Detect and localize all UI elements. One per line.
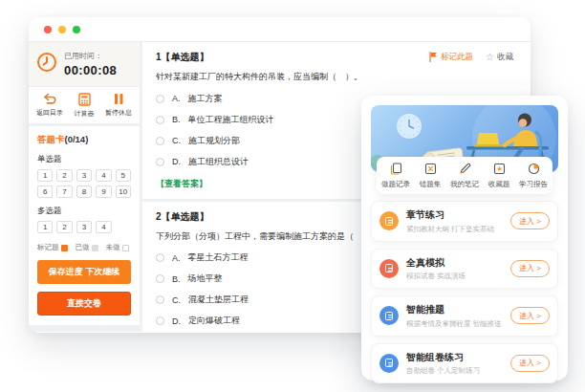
practice-mode-title: 全真模拟	[406, 256, 503, 270]
svg-text:★: ★	[496, 164, 503, 173]
practice-mode-title: 章节练习	[406, 208, 503, 222]
radio-icon[interactable]	[156, 95, 164, 103]
option-key: A.	[172, 253, 181, 263]
practice-mode-list: 章节练习 紧扣教材大纲 打下坚实基础 进入 > 全真模拟 模拟试卷 实战演练 进…	[371, 201, 558, 383]
option-key: D.	[172, 157, 181, 166]
menu-item-favorites[interactable]: ★ 收藏题	[482, 163, 516, 189]
smart-paper-icon	[379, 354, 399, 373]
option-key: A.	[172, 94, 181, 103]
timer-label: 已用时间：	[64, 51, 117, 61]
flag-icon	[429, 52, 438, 64]
radio-icon[interactable]	[156, 316, 164, 325]
radio-icon[interactable]	[156, 253, 164, 262]
question-title: 1【单选题】	[156, 51, 209, 64]
question-number-cell[interactable]: 2	[56, 221, 72, 233]
answer-card-header: 答题卡(0/14)	[37, 134, 131, 146]
enter-button[interactable]: 进入 >	[510, 212, 550, 229]
practice-mode-subtitle: 根据考情及掌握程度 智能推送…	[406, 319, 503, 329]
option-key: C.	[172, 136, 181, 145]
question-number-cell[interactable]: 2	[56, 169, 72, 182]
answer-card-legend: 标记题 已做 未做	[37, 243, 131, 252]
practice-menu-bar: 做题记录 错题集 我的笔记 ★ 收藏题 学习报告	[377, 157, 552, 194]
calculator-button[interactable]: 计算器	[75, 93, 95, 119]
practice-mode-item[interactable]: 智能推题 根据考情及掌握程度 智能推送… 进入 >	[371, 295, 558, 337]
question-number-cell[interactable]: 3	[76, 169, 92, 182]
favorite-question-button[interactable]: ☆ 收藏	[486, 52, 513, 63]
practice-mode-title: 智能推题	[406, 303, 503, 316]
radio-icon[interactable]	[156, 116, 164, 124]
tool-label: 返回目录	[36, 108, 63, 118]
answer-card-progress: (0/14)	[65, 134, 89, 144]
question-number-cell[interactable]: 7	[56, 185, 72, 198]
question-number-cell[interactable]: 5	[116, 169, 131, 182]
smart-push-icon	[379, 306, 399, 325]
enter-button[interactable]: 进入 >	[510, 355, 550, 372]
star-box-icon: ★	[493, 163, 506, 177]
enter-button[interactable]: 进入 >	[510, 260, 550, 277]
exam-sidebar: 已用时间： 00:00:08 返回目录 计算器	[29, 42, 140, 332]
single-choice-label: 单选题	[37, 154, 131, 165]
practice-mode-item[interactable]: 智能组卷练习 自助组卷 个人定制练习 进入 >	[371, 343, 558, 384]
question-number-cell[interactable]: 4	[96, 169, 111, 182]
practice-mode-item[interactable]: 章节练习 紧扣教材大纲 打下坚实基础 进入 >	[371, 201, 558, 242]
submit-paper-button[interactable]: 直接交卷	[37, 292, 131, 316]
single-choice-grid: 12345678910	[37, 169, 131, 198]
option-text: 零星土石方工程	[188, 251, 249, 264]
legend-marked: 标记题	[37, 243, 68, 252]
radio-icon[interactable]	[156, 274, 164, 283]
radio-icon[interactable]	[156, 295, 164, 304]
legend-undone: 未做	[106, 243, 129, 252]
mock-exam-icon	[379, 259, 399, 278]
menu-item-wrong-set[interactable]: 错题集	[413, 163, 447, 189]
clock-icon	[36, 52, 57, 76]
pencil-icon	[459, 163, 471, 177]
question-number-cell[interactable]: 3	[76, 221, 92, 233]
menu-item-notes[interactable]: 我的笔记	[447, 163, 482, 189]
marked-swatch-icon	[61, 245, 68, 251]
option-text: 施工组织总设计	[188, 156, 249, 168]
practice-mode-subtitle: 紧扣教材大纲 打下坚实基础	[406, 225, 503, 234]
multi-choice-grid: 1234	[37, 221, 131, 233]
chapter-practice-icon	[379, 211, 399, 230]
question-number-cell[interactable]: 8	[76, 185, 92, 198]
option-key: B.	[172, 274, 181, 284]
question-number-cell[interactable]: 1	[37, 169, 53, 182]
option-text: 施工规划分部	[188, 135, 240, 147]
option-text: 场地平整	[188, 272, 223, 285]
radio-icon[interactable]	[156, 158, 164, 166]
menu-item-records[interactable]: 做题记录	[379, 163, 413, 189]
option-key: B.	[172, 115, 181, 124]
radio-icon[interactable]	[156, 137, 164, 145]
practice-menu-card: 做题记录 错题集 我的笔记 ★ 收藏题 学习报告 章节练习 紧扣教材大纲 打下坚…	[361, 96, 568, 381]
menu-item-report[interactable]: 学习报告	[516, 163, 551, 189]
back-to-directory-button[interactable]: 返回目录	[36, 93, 63, 119]
option-text: 施工方案	[188, 93, 223, 105]
answer-card-title: 答题卡	[37, 134, 65, 144]
mark-question-button[interactable]: 标记此题	[429, 52, 473, 64]
question-text: 针对某新建工厂的特大构件的吊装，应当编制（ ）。	[156, 71, 517, 84]
question-number-cell[interactable]: 4	[96, 221, 111, 233]
wrong-set-icon	[424, 163, 437, 177]
star-icon: ☆	[486, 53, 494, 62]
enter-button[interactable]: 进入 >	[510, 307, 550, 324]
tool-label: 暂停休息	[105, 108, 132, 118]
option-key: D.	[172, 316, 181, 326]
question-number-cell[interactable]: 9	[96, 185, 111, 198]
question-number-cell[interactable]: 6	[37, 185, 53, 198]
pause-rest-button[interactable]: 暂停休息	[105, 93, 132, 119]
timer-value: 00:00:08	[64, 63, 117, 77]
maximize-button[interactable]	[73, 26, 80, 33]
practice-mode-title: 智能组卷练习	[406, 351, 503, 364]
save-progress-button[interactable]: 保存进度 下次继续	[37, 260, 131, 284]
close-button[interactable]	[44, 26, 52, 33]
minimize-button[interactable]	[58, 26, 66, 33]
question-number-cell[interactable]: 10	[116, 185, 131, 198]
calculator-icon	[78, 93, 91, 107]
practice-mode-item[interactable]: 全真模拟 模拟试卷 实战演练 进入 >	[371, 249, 558, 290]
option-text: 混凝土垫层工程	[188, 294, 249, 306]
option-text: 单位工程施工组织设计	[188, 114, 274, 126]
timer-panel: 已用时间： 00:00:08	[29, 42, 140, 87]
view-answer-link[interactable]: 【查看答案】	[156, 178, 207, 190]
question-number-cell[interactable]: 1	[37, 221, 53, 233]
option-key: C.	[172, 295, 181, 305]
